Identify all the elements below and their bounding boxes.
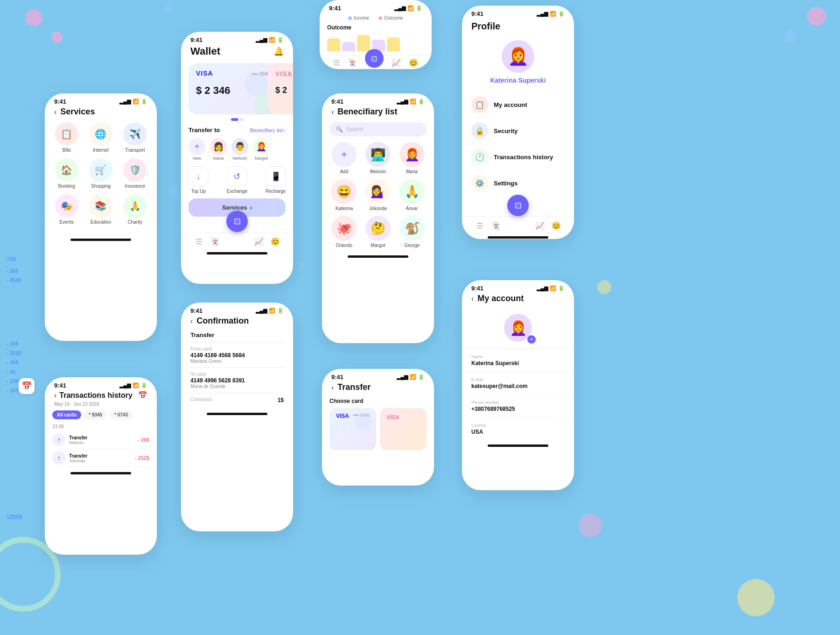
contact-maria-label: Maria (213, 156, 224, 161)
nav-chart[interactable]: 📈 (254, 236, 264, 247)
service-education-label: Education (91, 219, 111, 225)
left-amounts-panel: 743 - 26$ - 252$ (7, 256, 21, 287)
contact-margot[interactable]: 👩‍🦰 Margot (253, 138, 270, 161)
menu-settings-label: Settings (494, 180, 518, 187)
services-grid: 📋 Bills 🌐 Internet ✈️ Transport 🏠 Bookin… (45, 122, 157, 225)
calendar-icon[interactable]: 📅 (19, 378, 35, 394)
service-shopping[interactable]: 🛒 Shopping (86, 158, 115, 189)
tx-back[interactable]: ‹ (54, 391, 56, 400)
profile-fab[interactable]: ⊡ (507, 195, 529, 216)
transfer-time: 9:41 (331, 374, 343, 381)
conf-back[interactable]: ‹ (190, 317, 193, 325)
pnav-card[interactable]: 🃏 (491, 220, 501, 231)
pnav-profile[interactable]: 😊 (551, 220, 561, 231)
benef-george[interactable]: 🐒 George (397, 216, 427, 248)
service-bills[interactable]: 📋 Bills (52, 122, 81, 153)
wallet-nav-container: ⊡ ☰ 🃏 📈 😊 (181, 211, 293, 254)
profile-title: Profile (462, 19, 574, 35)
service-bills-label: Bills (62, 148, 70, 153)
benef-margot-label: Margot (371, 243, 385, 248)
benef-orlando[interactable]: 🐙 Orlando (329, 216, 359, 248)
card-pink[interactable]: VISA $ 2 (268, 63, 293, 114)
chart-bars (327, 33, 424, 51)
avatar-plus-btn[interactable]: + (527, 335, 536, 344)
tx-home-indicator (70, 472, 131, 474)
service-internet[interactable]: 🌐 Internet (86, 122, 115, 153)
nav-menu[interactable]: ☰ (194, 236, 204, 247)
wallet-fab[interactable]: ⊡ (226, 211, 248, 232)
services-back[interactable]: ‹ (54, 108, 56, 116)
service-charity-label: Charity (127, 219, 142, 225)
pnav-menu[interactable]: ☰ (475, 220, 485, 231)
account-time: 9:41 (471, 285, 483, 292)
from-card-name: Mariana Green (190, 359, 284, 364)
service-events[interactable]: 🎭 Events (52, 194, 81, 225)
menu-transactions-history[interactable]: 🕐 Transactions history (462, 144, 574, 170)
nav-profile[interactable]: 😊 (270, 236, 280, 247)
chart-fab[interactable]: ⊡ (365, 49, 384, 68)
service-transport-label: Transport (125, 148, 145, 153)
search-bar[interactable]: 🔍 Search (329, 122, 427, 136)
service-internet-label: Internet (93, 148, 109, 153)
benef-melovin[interactable]: 👨‍💻 Melovin (364, 142, 393, 174)
transfer-card2[interactable]: VISA (380, 408, 427, 450)
account-phone-field: Phone number +3807689768525 (462, 398, 574, 414)
benef-margot[interactable]: 🤔 Margot (364, 216, 393, 248)
exchange-btn[interactable]: ↺ Exchange (227, 166, 247, 194)
benef-add[interactable]: + Add (329, 142, 359, 174)
service-transport[interactable]: ✈️ Transport (121, 122, 149, 153)
contact-margot-label: Margot (255, 156, 268, 161)
bell-icon[interactable]: 🔔 (273, 46, 284, 56)
menu-settings[interactable]: ⚙️ Settings (462, 170, 574, 196)
service-booking-label: Booking (58, 183, 75, 189)
transfer-back[interactable]: ‹ (331, 383, 334, 392)
menu-my-account[interactable]: 📋 My account (462, 92, 574, 118)
table-row[interactable]: ↑ Transfer Melovin - 26$ (52, 431, 149, 449)
service-insurance[interactable]: 🛡️ Insurance (121, 158, 149, 189)
pnav-chart[interactable]: 📈 (535, 220, 545, 231)
benef-back[interactable]: ‹ (331, 108, 334, 116)
contact-maria[interactable]: 👩 Maria (210, 138, 227, 161)
benef-header: ‹ Benecifiary list (322, 107, 434, 122)
choose-card-label: Choose card (322, 398, 434, 404)
service-booking[interactable]: 🏠 Booking (52, 158, 81, 189)
benef-maria[interactable]: 👩‍🦰 Maria (397, 142, 427, 174)
account-title: My account (477, 294, 524, 303)
profile-avatar-section: 👩‍🦰 Katerina Superski (462, 35, 574, 92)
filter-0743[interactable]: * 0743 (110, 410, 133, 419)
search-icon: 🔍 (336, 126, 343, 133)
transactions-screen: 9:41 ▂▄▆ 📶 🔋 ‹ Transactions history 📅 Ma… (45, 377, 157, 555)
filter-9345[interactable]: * 9345 (84, 410, 107, 419)
commission-label: Comission (190, 397, 212, 402)
transfer-section: Transfer to Benecifiary list › + New 👩 M… (181, 127, 293, 161)
add-contact-btn[interactable]: + (189, 138, 205, 155)
recharge-btn[interactable]: 📱 Recharge (266, 166, 286, 194)
email-field-value: katesuper@mail.com (471, 383, 565, 389)
benef-katerina[interactable]: 😄 Katerina (329, 179, 359, 211)
contact-melovin[interactable]: 👨 Melovin (231, 138, 248, 161)
benef-jokonda[interactable]: 💁‍♀️ Jokonda (364, 179, 393, 211)
nav-card[interactable]: 🃏 (210, 236, 220, 247)
commission-row: Comission 1$ (190, 397, 284, 403)
menu-security[interactable]: 🔒 Security (462, 118, 574, 144)
filter-all[interactable]: All cards (52, 410, 81, 419)
deco-circle-3 (163, 5, 173, 14)
phone-field-value: +3807689768525 (471, 406, 565, 412)
card-visa[interactable]: VISA •••• 9345 $ 2 346 (189, 63, 277, 114)
account-name-field: Name Katerina Superski (462, 353, 574, 368)
conf-section-title: Transfer (190, 332, 284, 339)
transfer-card1[interactable]: VISA •••• 9345 (329, 408, 376, 450)
services-home-indicator (70, 239, 131, 241)
account-back[interactable]: ‹ (471, 295, 474, 303)
contact-new[interactable]: + New (189, 138, 205, 161)
transfer-title: Transfer (337, 382, 371, 392)
service-charity[interactable]: 🙏 Charity (121, 194, 149, 225)
tx-calendar-icon[interactable]: 📅 (138, 391, 147, 400)
table-row[interactable]: ↑ Transfer Jokonda - 252$ (52, 449, 149, 467)
topup-btn[interactable]: ↓ Top Up (188, 166, 209, 194)
service-education[interactable]: 📚 Education (86, 194, 115, 225)
benef-anvar[interactable]: 🙏 Anvar (397, 179, 427, 211)
beneficiary-link[interactable]: Benecifiary list › (250, 127, 286, 133)
contact-melovin-avatar: 👨 (231, 138, 248, 155)
profile-screen: 9:41 ▂▄▆ 📶 🔋 Profile 👩‍🦰 Katerina Supers… (462, 6, 574, 239)
